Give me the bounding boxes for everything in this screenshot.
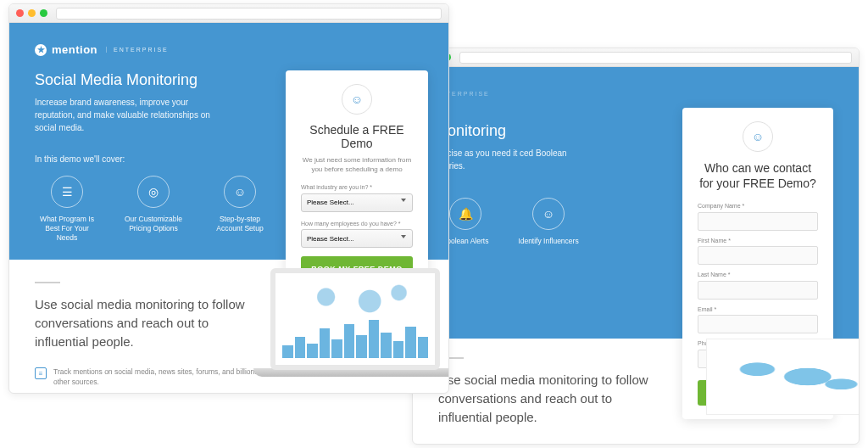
laptop-image bbox=[253, 268, 449, 394]
feature-pricing: ◎ Our Customizable Pricing Options bbox=[121, 176, 186, 243]
feature-label: Identify Influencers bbox=[518, 237, 578, 246]
hero-subtitle-partial: precise as you need it ced Boolean queri… bbox=[435, 147, 579, 172]
address-bar[interactable] bbox=[56, 8, 442, 20]
below-heading: Use social media monitoring to follow co… bbox=[438, 371, 659, 426]
maximize-icon[interactable] bbox=[40, 9, 47, 17]
lastname-label: Last Name * bbox=[698, 272, 818, 277]
headset-icon: ☺ bbox=[743, 121, 773, 152]
card-title: Schedule a FREE Demo bbox=[301, 123, 413, 150]
employees-label: How many employees do you have? * bbox=[301, 221, 413, 227]
browser-chrome-bar bbox=[413, 48, 859, 67]
map-image bbox=[706, 339, 860, 415]
card-title: Who can we contact for your FREE Demo? bbox=[698, 160, 818, 191]
firstname-label: First Name * bbox=[698, 238, 818, 244]
feature-program: ☰ What Program Is Best For Your Needs bbox=[35, 176, 99, 243]
company-label: Company Name * bbox=[698, 203, 818, 209]
window-controls[interactable] bbox=[16, 9, 47, 17]
feature-label: Step-by-step Account Setup bbox=[208, 215, 272, 233]
divider bbox=[35, 282, 60, 283]
feature-label: Our Customizable Pricing Options bbox=[121, 215, 186, 233]
hero-section: ENTERPRISE Monitoring precise as you nee… bbox=[413, 67, 859, 339]
target-icon: ◎ bbox=[137, 176, 170, 208]
browser-window-2: ENTERPRISE Monitoring precise as you nee… bbox=[412, 48, 860, 445]
address-bar[interactable] bbox=[459, 52, 852, 64]
brand-tier: ENTERPRISE bbox=[106, 47, 169, 53]
firstname-input[interactable] bbox=[698, 246, 818, 265]
card-subtitle: We just need some information from you b… bbox=[301, 155, 413, 174]
bullet-item: ≡ Track mentions on social media, news s… bbox=[35, 367, 272, 388]
email-label: Email * bbox=[698, 306, 818, 312]
below-heading: Use social media monitoring to follow co… bbox=[35, 295, 255, 350]
below-section: Use social media monitoring to follow co… bbox=[413, 339, 859, 445]
bell-icon: 🔔 bbox=[449, 198, 481, 230]
hero-subtitle: Increase brand awareness, improve your r… bbox=[35, 96, 230, 134]
company-input[interactable] bbox=[698, 212, 818, 231]
bullet-text: Track mentions on social media, news sit… bbox=[53, 367, 272, 388]
below-section: Use social media monitoring to follow co… bbox=[9, 260, 448, 394]
lastname-input[interactable] bbox=[698, 281, 818, 300]
feature-label: What Program Is Best For Your Needs bbox=[35, 215, 99, 243]
hero-title-partial: Monitoring bbox=[435, 122, 579, 140]
feature-setup: ☺ Step-by-step Account Setup bbox=[208, 176, 272, 243]
brand-name: mention bbox=[52, 43, 97, 56]
headset-icon: ☺ bbox=[342, 84, 372, 115]
industry-select[interactable]: Please Select... bbox=[301, 193, 413, 212]
email-input[interactable] bbox=[698, 315, 818, 333]
list-icon: ☰ bbox=[51, 176, 83, 208]
browser-window-1: ★ mention ENTERPRISE Social Media Monito… bbox=[8, 3, 449, 394]
minimize-icon[interactable] bbox=[28, 9, 36, 17]
close-icon[interactable] bbox=[16, 9, 24, 17]
user-icon: ☺ bbox=[532, 198, 565, 230]
check-icon: ≡ bbox=[35, 367, 47, 379]
star-icon: ★ bbox=[35, 44, 47, 56]
brand-logo[interactable]: ENTERPRISE bbox=[435, 91, 837, 97]
browser-chrome-bar bbox=[9, 4, 448, 23]
feature-influencers: ☺ Identify Influencers bbox=[518, 198, 579, 246]
feature-row: 🔔 Boolean Alerts ☺ Identify Influencers bbox=[435, 198, 579, 246]
bar-chart bbox=[282, 316, 428, 358]
user-icon: ☺ bbox=[224, 176, 256, 208]
employees-select[interactable]: Please Select... bbox=[301, 229, 413, 248]
hero-section: ★ mention ENTERPRISE Social Media Monito… bbox=[9, 23, 448, 260]
industry-label: What industry are you in? * bbox=[301, 184, 413, 190]
brand-logo[interactable]: ★ mention ENTERPRISE bbox=[35, 43, 423, 56]
